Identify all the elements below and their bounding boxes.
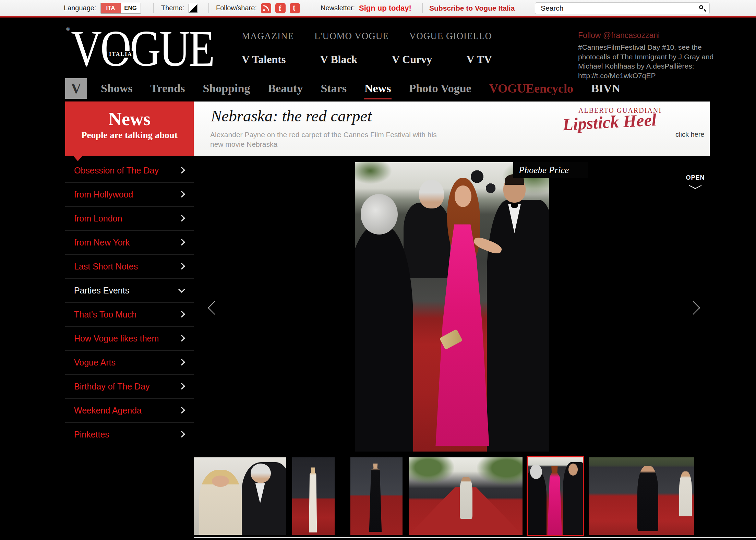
photo-figure xyxy=(419,180,444,208)
ad-click-here-link[interactable]: click here xyxy=(675,131,704,139)
nav-item-shopping[interactable]: Shopping xyxy=(203,82,250,95)
vogue-logo-text: VOGUE xyxy=(71,21,213,76)
thumb-figure xyxy=(546,466,564,535)
menu-item-v-black[interactable]: V Black xyxy=(320,53,358,66)
gallery-thumbnail-4[interactable] xyxy=(409,457,523,535)
gallery-thumbnail-5-selected[interactable] xyxy=(527,456,584,536)
sidebar-item-label: Weekend Agenda xyxy=(74,405,142,415)
menu-item-v-tv[interactable]: V TV xyxy=(467,53,492,66)
nav-item-shows[interactable]: Shows xyxy=(101,82,133,95)
nav-item-trends[interactable]: Trends xyxy=(151,82,185,95)
thumb-figure xyxy=(199,470,242,535)
photo-figure xyxy=(361,194,398,235)
registered-mark: ® xyxy=(66,26,70,32)
sidebar-item-label: Birthday of The Day xyxy=(74,381,149,391)
nav-item-beauty[interactable]: Beauty xyxy=(268,82,303,95)
ad-product-name[interactable]: Lipstick Heel xyxy=(562,110,657,134)
newsletter-label: Newsletter: xyxy=(321,4,355,12)
twitter-follow-link[interactable]: Follow @francasozzani xyxy=(578,31,715,40)
menu-item-luomo-vogue[interactable]: L'UOMO VOGUE xyxy=(314,31,389,41)
sidebar-item-how-vogue-likes-them[interactable]: How Vogue likes them xyxy=(65,326,194,350)
thumb-figure xyxy=(368,464,383,532)
sidebar-item-pinkettes[interactable]: Pinkettes xyxy=(65,422,194,446)
news-sidebar: Obsession of The Day from Hollywood from… xyxy=(65,158,194,446)
gallery-thumbnail-6[interactable] xyxy=(589,457,694,535)
language-ita-button[interactable]: ITA xyxy=(101,3,121,13)
photo-figure xyxy=(503,177,526,203)
sidebar-item-from-new-york[interactable]: from New York xyxy=(65,230,194,254)
gallery-thumbnail-2[interactable] xyxy=(292,457,335,535)
thumb-figure xyxy=(477,457,523,485)
sidebar-item-label: from London xyxy=(74,213,122,223)
chevron-down-icon xyxy=(178,286,185,293)
sidebar-item-label: Parties Events xyxy=(74,285,129,295)
gallery-thumbnail-3[interactable] xyxy=(350,457,403,535)
follow-share-group: Follow/share: xyxy=(216,0,300,16)
thumb-figure xyxy=(527,470,547,536)
sidebar-item-thats-too-much[interactable]: That's Too Much xyxy=(65,302,194,326)
newsletter-signup-link[interactable]: Sign up today! xyxy=(359,4,411,13)
header-menu-primary: MAGAZINE L'UOMO VOGUE VOGUE GIOIELLO xyxy=(242,31,492,41)
sidebar-item-last-short-notes[interactable]: Last Short Notes xyxy=(65,254,194,278)
theme-label: Theme: xyxy=(161,4,184,12)
photo-figure xyxy=(455,185,471,207)
nav-item-photo-vogue[interactable]: Photo Vogue xyxy=(409,82,471,95)
language-toggle: ITA ENG xyxy=(100,3,141,14)
sidebar-item-parties-events[interactable]: Parties Events xyxy=(65,278,194,302)
carousel-next-arrow[interactable] xyxy=(686,301,700,315)
search-box xyxy=(535,2,710,14)
thumb-figure xyxy=(409,457,454,484)
utility-topbar: Language: ITA ENG Theme: Follow/share: N… xyxy=(0,0,756,16)
twitter-icon[interactable] xyxy=(290,3,300,13)
search-input[interactable] xyxy=(540,3,691,13)
open-label: OPEN xyxy=(686,174,705,181)
vogue-italia-page: Language: ITA ENG Theme: Follow/share: N… xyxy=(0,0,756,540)
topbar-divider xyxy=(422,3,423,13)
sidebar-item-birthday-of-the-day[interactable]: Birthday of The Day xyxy=(65,374,194,398)
rss-icon[interactable] xyxy=(261,3,271,13)
menu-item-magazine[interactable]: MAGAZINE xyxy=(242,31,294,41)
nav-item-stars[interactable]: Stars xyxy=(321,82,347,95)
vogue-logo[interactable]: ® VOGUE ITALIA xyxy=(66,23,217,74)
language-eng-button[interactable]: ENG xyxy=(121,3,141,13)
nav-item-vogueencyclo[interactable]: VOGUEencyclo xyxy=(489,81,573,96)
sidebar-item-from-london[interactable]: from London xyxy=(65,206,194,230)
thumb-figure xyxy=(460,477,472,519)
thumb-figure xyxy=(637,466,658,531)
facebook-icon[interactable] xyxy=(275,3,286,13)
carousel-previous-arrow[interactable] xyxy=(208,301,221,315)
sidebar-item-label: How Vogue likes them xyxy=(74,333,159,343)
photo-figure xyxy=(487,200,549,452)
chevron-right-icon xyxy=(178,263,185,269)
vogue-logo-italia: ITALIA xyxy=(108,51,133,58)
nav-item-news[interactable]: News xyxy=(364,82,391,95)
theme-contrast-icon[interactable] xyxy=(189,4,197,13)
chevron-right-icon xyxy=(178,167,185,173)
photo-figure xyxy=(355,226,413,452)
nav-item-bivn[interactable]: BIVN xyxy=(591,82,620,95)
menu-item-v-curvy[interactable]: V Curvy xyxy=(392,53,432,66)
search-magnifier-icon[interactable] xyxy=(699,5,703,9)
subscribe-link[interactable]: Subscribe to Vogue Italia xyxy=(429,0,515,16)
nav-v-badge[interactable]: V xyxy=(65,78,87,99)
follow-share-label: Follow/share: xyxy=(216,4,257,12)
sidebar-item-label: Last Short Notes xyxy=(74,261,138,271)
sidebar-item-label: Pinkettes xyxy=(74,430,109,440)
topbar-divider xyxy=(208,3,209,13)
open-gallery-control[interactable]: OPEN xyxy=(686,174,705,190)
sidebar-item-weekend-agenda[interactable]: Weekend Agenda xyxy=(65,398,194,422)
photo-figure xyxy=(511,203,518,208)
menu-item-vogue-gioiello[interactable]: VOGUE GIOIELLO xyxy=(409,31,492,41)
thumb-figure xyxy=(308,467,319,532)
sidebar-item-from-hollywood[interactable]: from Hollywood xyxy=(65,182,194,206)
gallery-main-photo[interactable] xyxy=(355,162,549,452)
chevron-right-icon xyxy=(178,431,185,437)
header-menu-secondary: V Talents V Black V Curvy V TV xyxy=(242,53,492,66)
chevron-right-icon xyxy=(178,191,185,197)
gallery-thumbnail-1[interactable] xyxy=(194,457,286,535)
sidebar-item-obsession-of-the-day[interactable]: Obsession of The Day xyxy=(65,158,194,182)
photo-caption-text: Phoebe Price xyxy=(519,162,569,178)
menu-item-v-talents[interactable]: V Talents xyxy=(242,53,286,66)
sidebar-item-vogue-arts[interactable]: Vogue Arts xyxy=(65,350,194,374)
main-navigation: Shows Trends Shopping Beauty Stars News … xyxy=(101,78,620,99)
